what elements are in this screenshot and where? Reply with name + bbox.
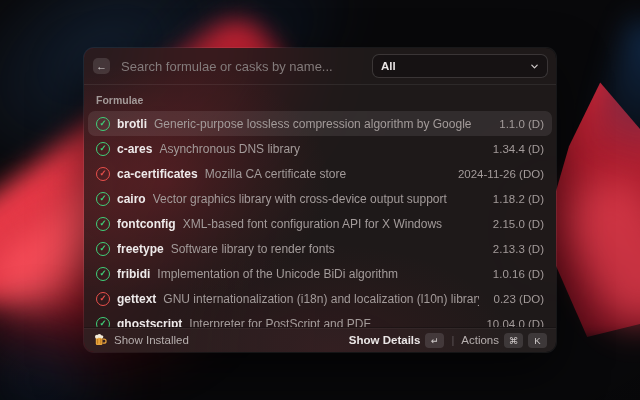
back-arrow-icon: ← [96, 58, 107, 74]
actions-label: Actions [461, 334, 499, 346]
formula-description: Asynchronous DNS library [159, 142, 477, 156]
formula-name: ca-certificates [117, 167, 198, 181]
formula-version: 0.23 (DO) [494, 293, 545, 305]
formula-name: cairo [117, 192, 146, 206]
homebrew-beer-icon [93, 333, 107, 347]
footer-left-label: Show Installed [114, 334, 189, 346]
formula-name: ghostscript [117, 317, 182, 328]
check-circle-icon: ✓ [96, 317, 110, 328]
command-key-icon: ⌘ [504, 333, 523, 348]
formula-name: c-ares [117, 142, 152, 156]
formula-name: brotli [117, 117, 147, 131]
list-item[interactable]: ✓brotliGeneric-purpose lossless compress… [88, 111, 552, 136]
formula-description: Software library to render fonts [171, 242, 478, 256]
formula-version: 1.18.2 (D) [493, 193, 544, 205]
section-header: Formulae [88, 85, 552, 111]
check-circle-icon: ✓ [96, 217, 110, 231]
formula-version: 1.1.0 (D) [499, 118, 544, 130]
homebrew-search-window: ← All Formulae ✓brotliGeneric-purpose lo… [84, 48, 556, 352]
show-details-button[interactable]: Show Details ↵ [349, 333, 445, 348]
formula-name: fontconfig [117, 217, 176, 231]
list-item[interactable]: ✓cairoVector graphics library with cross… [88, 186, 552, 211]
formula-description: GNU internationalization (i18n) and loca… [163, 292, 478, 306]
list-item[interactable]: ✓fribidiImplementation of the Unicode Bi… [88, 261, 552, 286]
search-header: ← All [84, 48, 556, 85]
footer-divider: | [451, 334, 454, 346]
formula-description: Generic-purpose lossless compression alg… [154, 117, 484, 131]
search-input[interactable] [119, 58, 364, 75]
check-circle-icon: ✓ [96, 192, 110, 206]
results-list: Formulae ✓brotliGeneric-purpose lossless… [84, 85, 556, 327]
formula-version: 2.15.0 (D) [493, 218, 544, 230]
formula-version: 1.34.4 (D) [493, 143, 544, 155]
formula-version: 2.13.3 (D) [493, 243, 544, 255]
check-circle-icon: ✓ [96, 267, 110, 281]
formula-version: 10.04.0 (D) [486, 318, 544, 328]
formula-name: gettext [117, 292, 156, 306]
list-item[interactable]: ✓gettextGNU internationalization (i18n) … [88, 286, 552, 311]
return-key-icon: ↵ [425, 333, 444, 348]
footer-bar: Show Installed Show Details ↵ | Actions … [84, 327, 556, 352]
check-circle-icon: ✓ [96, 292, 110, 306]
footer-command-info: Show Installed [93, 333, 341, 347]
filter-dropdown[interactable]: All [373, 55, 547, 77]
formula-version: 1.0.16 (D) [493, 268, 544, 280]
check-circle-icon: ✓ [96, 142, 110, 156]
check-circle-icon: ✓ [96, 167, 110, 181]
actions-button[interactable]: Actions ⌘ K [461, 333, 547, 348]
chevron-down-icon [530, 62, 539, 71]
back-button[interactable]: ← [93, 58, 110, 74]
formula-description: XML-based font configuration API for X W… [183, 217, 478, 231]
formula-description: Interpreter for PostScript and PDF [189, 317, 471, 328]
k-key-icon: K [528, 333, 547, 348]
filter-selected-value: All [381, 60, 396, 72]
formula-name: fribidi [117, 267, 150, 281]
list-item[interactable]: ✓freetypeSoftware library to render font… [88, 236, 552, 261]
list-item[interactable]: ✓ghostscriptInterpreter for PostScript a… [88, 311, 552, 327]
list-item[interactable]: ✓c-aresAsynchronous DNS library1.34.4 (D… [88, 136, 552, 161]
results-rows: ✓brotliGeneric-purpose lossless compress… [88, 111, 552, 327]
show-details-label: Show Details [349, 334, 421, 346]
footer-actions: Show Details ↵ | Actions ⌘ K [349, 333, 547, 348]
check-circle-icon: ✓ [96, 117, 110, 131]
check-circle-icon: ✓ [96, 242, 110, 256]
list-item[interactable]: ✓ca-certificatesMozilla CA certificate s… [88, 161, 552, 186]
formula-version: 2024-11-26 (DO) [458, 168, 544, 180]
formula-description: Implementation of the Unicode BiDi algor… [157, 267, 478, 281]
formula-description: Mozilla CA certificate store [205, 167, 443, 181]
list-item[interactable]: ✓fontconfigXML-based font configuration … [88, 211, 552, 236]
formula-name: freetype [117, 242, 164, 256]
formula-description: Vector graphics library with cross-devic… [153, 192, 478, 206]
